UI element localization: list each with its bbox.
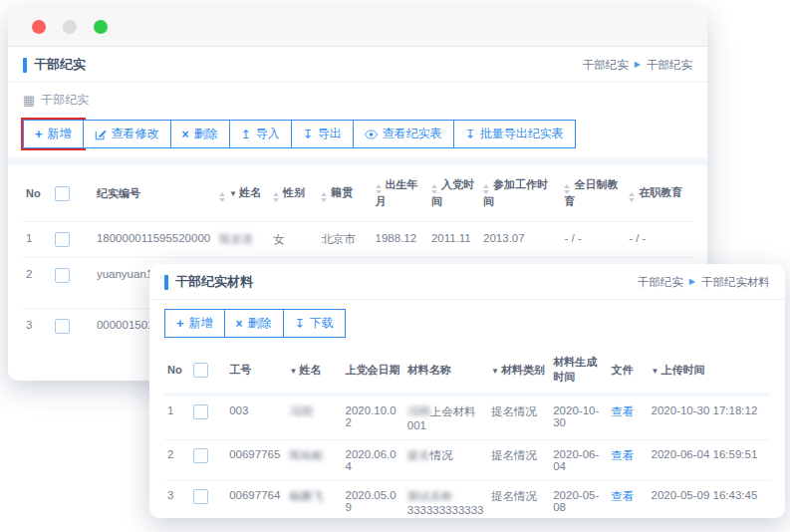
sort-icon[interactable] — [273, 192, 279, 202]
filter-icon[interactable]: ▼ — [229, 189, 237, 198]
cell-upload-time: 2020-10-30 17:18:12 — [649, 395, 770, 440]
row-checkbox[interactable] — [193, 489, 208, 504]
download-icon: ↧ — [295, 318, 305, 330]
x-icon: × — [182, 129, 189, 140]
page-title-text: 干部纪实 — [34, 56, 86, 74]
cell-origin: 北京市 — [318, 222, 372, 258]
delete-button[interactable]: × 删除 — [170, 120, 230, 148]
header-gender: 性别 — [270, 165, 318, 222]
minimize-window-button[interactable] — [63, 20, 77, 34]
cell-emp-id: 003 — [226, 395, 286, 440]
import-label: 导入 — [256, 126, 280, 142]
view-file-link[interactable]: 查看 — [611, 490, 634, 502]
batch-export-label: 批量导出纪实表 — [480, 126, 564, 142]
cell-no: 1 — [23, 222, 52, 258]
view-file-link[interactable]: 查看 — [611, 405, 634, 417]
filter-icon[interactable]: ▼ — [652, 367, 659, 376]
import-button[interactable]: ↥ 导入 — [229, 120, 292, 148]
sort-icon[interactable] — [376, 184, 382, 194]
cell-emp-id: 00697765 — [226, 440, 286, 481]
cell-meeting-date: 2020.10.02 — [343, 395, 404, 440]
maximize-window-button[interactable] — [94, 20, 108, 34]
cadre-materials-table: No 工号 ▼姓名 上党会日期 材料名称 ▼材料类别 材料生成时间 文件 ▼上传… — [164, 347, 770, 518]
cell-material: 冯明上会材料001 — [404, 395, 488, 440]
cell-category: 提名情况 — [488, 440, 550, 481]
table-row: 1 180000011595520000 陈发语 女 北京市 1988.12 2… — [23, 222, 692, 258]
cell-work-start: 2013.07 — [480, 222, 561, 258]
sort-icon[interactable] — [321, 192, 327, 202]
view-edit-button[interactable]: 查看修改 — [83, 120, 171, 148]
x-icon: × — [236, 318, 243, 330]
breadcrumb-separator-icon: ▶ — [689, 278, 695, 286]
cell-material: 提名情况 — [404, 440, 488, 481]
delete-button[interactable]: × 删除 — [224, 309, 284, 338]
close-window-button[interactable] — [32, 20, 46, 34]
header-upload-time: ▼上传时间 — [649, 347, 770, 395]
plus-icon: + — [176, 317, 184, 330]
export-label: 导出 — [318, 126, 342, 142]
batch-export-button[interactable]: ↧ 批量导出纪实表 — [453, 120, 576, 148]
cell-gen-time: 2020-05-08 — [550, 481, 608, 519]
cell-name: 冯明 — [286, 395, 342, 440]
header-work-start: 参加工作时间 — [480, 165, 561, 222]
cell-meeting-date: 2020.05.09 — [343, 481, 404, 519]
sort-icon[interactable] — [629, 192, 635, 202]
row-checkbox[interactable] — [193, 404, 208, 419]
sort-icon[interactable] — [431, 184, 437, 194]
cell-meeting-date: 2020.06.04 — [343, 440, 404, 481]
cell-gen-time: 2020-10-30 — [550, 395, 608, 440]
table-top-band — [8, 157, 707, 165]
cell-party-join: 2011.11 — [428, 222, 480, 258]
add-button[interactable]: + 新增 — [164, 309, 225, 338]
header-category: ▼材料类别 — [488, 347, 550, 395]
download-label: 下载 — [310, 315, 334, 332]
sort-icon[interactable] — [219, 192, 225, 202]
select-all-checkbox[interactable] — [193, 363, 208, 378]
delete-label: 删除 — [194, 126, 218, 142]
row-checkbox[interactable] — [55, 268, 70, 283]
view-file-link[interactable]: 查看 — [611, 449, 634, 461]
breadcrumb-item-current: 干部纪实 — [647, 58, 692, 73]
title-accent-bar — [164, 275, 168, 290]
table-row: 1 003 冯明 2020.10.02 冯明上会材料001 提名情况 2020-… — [164, 395, 770, 440]
header-gen-time: 材料生成时间 — [550, 347, 608, 395]
cell-no: 3 — [164, 481, 190, 519]
table-row: 3 00697764 杨鹏飞 2020.05.09 测试名称3333333333… — [164, 481, 770, 519]
download-button[interactable]: ↧ 下载 — [283, 309, 346, 338]
header-birth: 出生年月 — [373, 165, 428, 222]
table-row: 2 00697765 陈灿彬 2020.06.04 提名情况 提名情况 2020… — [164, 440, 770, 481]
cell-upload-time: 2020-05-09 16:43:45 — [649, 481, 770, 519]
page-header: 干部纪实材料 干部纪实 ▶ 干部纪实材料 — [149, 264, 785, 300]
cell-category: 提名情况 — [488, 395, 550, 440]
table-grid-icon: ▦ — [23, 94, 35, 107]
sort-icon[interactable] — [564, 184, 570, 194]
breadcrumb-item-parent[interactable]: 干部纪实 — [638, 275, 683, 290]
view-record-table-button[interactable]: 查看纪实表 — [353, 120, 454, 148]
header-no: No — [23, 165, 52, 222]
filter-icon[interactable]: ▼ — [289, 367, 297, 376]
row-checkbox[interactable] — [55, 319, 70, 334]
cell-name: 陈灿彬 — [286, 440, 342, 481]
header-record-id: 纪实编号 — [94, 165, 216, 222]
export-button[interactable]: ↧ 导出 — [291, 120, 354, 148]
download-icon: ↧ — [465, 129, 475, 140]
page-header: 干部纪实 干部纪实 ▶ 干部纪实 — [8, 47, 707, 83]
add-button-label: 新增 — [189, 315, 213, 332]
row-checkbox[interactable] — [55, 232, 70, 247]
breadcrumb-item-parent[interactable]: 干部纪实 — [583, 58, 629, 73]
window-titlebar — [8, 8, 707, 47]
delete-label: 删除 — [248, 315, 272, 332]
row-checkbox[interactable] — [193, 448, 208, 463]
breadcrumb: 干部纪实 ▶ 干部纪实材料 — [638, 275, 770, 290]
table-header-row: No 工号 ▼姓名 上党会日期 材料名称 ▼材料类别 材料生成时间 文件 ▼上传… — [164, 347, 770, 395]
view-edit-label: 查看修改 — [112, 126, 159, 142]
cell-fulltime-edu: - / - — [561, 222, 626, 258]
cell-upload-time: 2020-06-04 16:59:51 — [649, 440, 770, 481]
breadcrumb: 干部纪实 ▶ 干部纪实 — [583, 58, 692, 73]
add-button[interactable]: + 新增 — [23, 120, 84, 148]
cell-record-id: 180000011595520000 — [94, 222, 216, 258]
sort-icon[interactable] — [483, 184, 489, 194]
select-all-checkbox[interactable] — [55, 186, 70, 201]
cell-no: 2 — [23, 258, 52, 309]
filter-icon[interactable]: ▼ — [491, 367, 499, 376]
